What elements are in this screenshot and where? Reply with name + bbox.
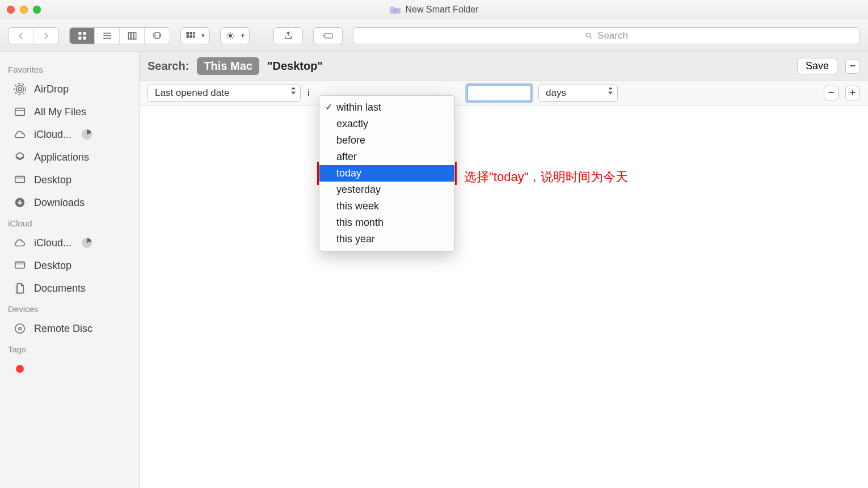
documents-icon [12, 282, 27, 295]
sidebar-item-remote-disc[interactable]: Remote Disc [0, 317, 139, 340]
dropdown-item-within-last[interactable]: within last [319, 99, 454, 116]
main-content: Search: This Mac "Desktop" Save − Last o… [140, 52, 868, 488]
scope-this-mac[interactable]: This Mac [197, 57, 259, 75]
search-scope-bar: Search: This Mac "Desktop" Save − [140, 52, 868, 81]
svg-point-16 [325, 35, 326, 36]
chevron-down-icon: ▾ [241, 32, 245, 39]
sidebar-item-label: iCloud... [34, 237, 71, 249]
forward-button[interactable] [33, 28, 58, 44]
attribute-select[interactable]: Last opened date [148, 85, 301, 102]
dropdown-item-today[interactable]: today [319, 165, 454, 182]
sidebar-section-title: iCloud [0, 214, 139, 232]
search-label: Search: [148, 60, 189, 73]
cloud-icon [12, 128, 27, 141]
svg-point-19 [16, 86, 24, 93]
desktop-icon [12, 259, 27, 272]
sidebar-item-documents[interactable]: Documents [0, 277, 139, 300]
svg-point-17 [586, 33, 590, 37]
sidebar-section-title: Favorites [0, 60, 139, 78]
sidebar-item-icloud-[interactable]: iCloud... [0, 232, 139, 254]
svg-rect-21 [15, 108, 25, 116]
sync-progress-icon [82, 129, 92, 140]
disc-icon [12, 322, 27, 335]
sidebar-item-icloud-[interactable]: iCloud... [0, 123, 139, 146]
smart-folder-icon [390, 5, 401, 14]
sidebar-item-airdrop[interactable]: AirDrop [0, 78, 139, 100]
icon-view-button[interactable] [70, 28, 95, 44]
svg-point-27 [15, 324, 25, 334]
sidebar-item-label: Remote Disc [34, 323, 92, 335]
svg-rect-10 [190, 32, 193, 35]
sidebar-section-title: Devices [0, 300, 139, 317]
sidebar-item-label: Documents [34, 283, 86, 295]
sidebar-item-desktop[interactable]: Desktop [0, 169, 139, 191]
column-view-button[interactable] [120, 28, 145, 44]
chevron-down-icon: ▾ [201, 32, 205, 39]
svg-rect-6 [131, 32, 133, 39]
desktop-icon [12, 174, 27, 186]
unit-select-value: days [546, 87, 566, 99]
unit-select[interactable]: days [538, 85, 618, 102]
back-button[interactable] [9, 28, 33, 44]
search-placeholder: Search [597, 30, 628, 41]
remove-row-button[interactable]: − [824, 86, 838, 100]
svg-rect-23 [15, 176, 25, 179]
svg-rect-1 [78, 32, 81, 35]
number-input[interactable] [467, 85, 532, 102]
save-button[interactable]: Save [797, 58, 837, 74]
airdrop-icon [12, 83, 27, 95]
sidebar-item-label: Desktop [34, 174, 71, 186]
svg-rect-12 [187, 35, 189, 38]
share-button[interactable] [273, 27, 303, 44]
search-icon [585, 32, 593, 40]
dropdown-item-after[interactable]: after [319, 149, 454, 165]
sidebar-item-downloads[interactable]: Downloads [0, 191, 139, 214]
sidebar-item-all-my-files[interactable]: All My Files [0, 100, 139, 123]
svg-rect-13 [190, 35, 193, 38]
svg-rect-7 [134, 32, 136, 39]
criteria-row: Last opened date i days − + [140, 81, 868, 106]
window-title: New Smart Folder [0, 5, 868, 15]
apps-icon [12, 151, 27, 163]
titlebar: New Smart Folder [0, 0, 868, 19]
sidebar-item-label: Desktop [34, 260, 71, 272]
sync-progress-icon [82, 238, 92, 248]
sidebar-item-label: iCloud... [34, 129, 71, 141]
scope-location[interactable]: "Desktop" [267, 60, 323, 73]
svg-rect-4 [83, 36, 86, 39]
condition-dropdown[interactable]: within lastexactlybeforeaftertodayyester… [319, 95, 455, 251]
sidebar-item-label: All My Files [34, 106, 86, 118]
sidebar-item-label: Downloads [34, 197, 85, 209]
dropdown-item-before[interactable]: before [319, 132, 454, 149]
svg-rect-3 [78, 36, 81, 39]
svg-rect-2 [83, 32, 86, 35]
dropdown-item-exactly[interactable]: exactly [319, 116, 454, 132]
list-view-button[interactable] [95, 28, 120, 44]
svg-point-15 [229, 34, 232, 37]
dropdown-item-this-year[interactable]: this year [319, 231, 454, 247]
sidebar-item-tag-red[interactable] [0, 357, 139, 380]
sidebar-item-desktop[interactable]: Desktop [0, 254, 139, 277]
remove-criteria-button[interactable]: − [845, 59, 860, 74]
downloads-icon [12, 196, 27, 209]
sidebar-item-label: Applications [34, 152, 89, 163]
annotation-text: 选择"today"，说明时间为今天 [464, 169, 628, 186]
tag-red-icon [12, 363, 27, 375]
add-row-button[interactable]: + [845, 86, 860, 100]
dropdown-item-this-week[interactable]: this week [319, 198, 454, 214]
tags-button[interactable] [313, 27, 343, 44]
arrange-button[interactable]: ▾ [180, 27, 210, 44]
dropdown-item-yesterday[interactable]: yesterday [319, 182, 454, 198]
dropdown-item-this-month[interactable]: this month [319, 214, 454, 231]
coverflow-view-button[interactable] [145, 28, 170, 44]
sidebar: FavoritesAirDropAll My FilesiCloud...App… [0, 52, 140, 488]
svg-rect-26 [15, 262, 25, 265]
action-button[interactable]: ▾ [220, 27, 250, 44]
sidebar-item-applications[interactable]: Applications [0, 146, 139, 169]
nav-group [8, 27, 59, 44]
search-field[interactable]: Search [353, 27, 860, 44]
svg-rect-5 [128, 32, 130, 39]
svg-rect-8 [155, 32, 159, 39]
svg-point-18 [18, 87, 22, 91]
attribute-select-value: Last opened date [155, 87, 229, 99]
